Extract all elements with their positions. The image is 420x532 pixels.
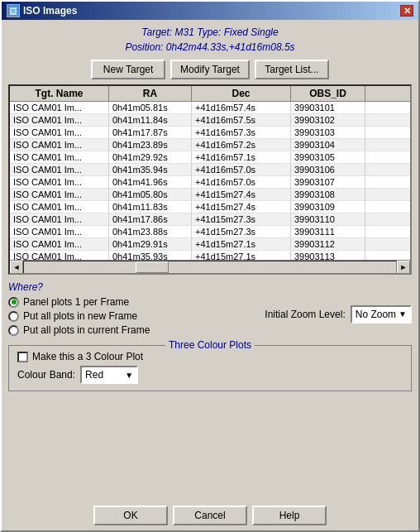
type-label: Type: (197, 26, 223, 38)
radio-current-btn[interactable] (8, 325, 19, 336)
window-title: ISO Images (23, 5, 77, 17)
table-cell: ISO CAM01 Im... (10, 164, 109, 175)
col-header-name: Tgt. Name (10, 86, 109, 101)
table-cell: 0h41m17.86s (109, 213, 192, 225)
radio-new[interactable]: Put all plots in new Frame (8, 310, 256, 322)
three-colour-checkbox-row[interactable]: Make this a 3 Colour Plot (17, 351, 403, 362)
target-list-button[interactable]: Target List... (255, 60, 329, 79)
table-cell: +41d15m27.3s (192, 213, 291, 225)
colour-band-value: Red (85, 369, 103, 381)
position-label: Position: (125, 41, 165, 53)
table-cell: 39903113 (291, 251, 365, 260)
table-row[interactable]: ISO CAM01 Im...0h41m05.81s+41d16m57.4s39… (10, 102, 410, 114)
table-cell: 39903105 (291, 151, 365, 163)
table-cell: ISO CAM01 Im... (10, 238, 109, 250)
radio-new-label: Put all plots in new Frame (23, 310, 137, 322)
zoom-label: Initial Zoom Level: (265, 309, 345, 320)
radio-current[interactable]: Put all plots in current Frame (8, 324, 256, 336)
table-cell: +41d16m57.2s (192, 139, 291, 151)
scrollbar-track[interactable] (23, 261, 397, 274)
target-value: M31 (175, 26, 194, 38)
radio-panel[interactable]: Panel plots 1 per Frame (8, 296, 256, 308)
table-cell: 0h41m23.89s (109, 139, 192, 151)
table-row[interactable]: ISO CAM01 Im...0h41m29.91s+41d15m27.1s39… (10, 238, 410, 251)
table-row[interactable]: ISO CAM01 Im...0h41m11.83s+41d15m27.4s39… (10, 201, 410, 213)
main-window: 🖼 ISO Images ✕ Target: M31 Type: Fixed S… (0, 0, 420, 532)
table-cell: ISO CAM01 Im... (10, 139, 109, 151)
zoom-dropdown-arrow: ▼ (399, 309, 407, 319)
table-row[interactable]: ISO CAM01 Im...0h41m35.94s+41d16m57.0s39… (10, 164, 410, 176)
scroll-right-button[interactable]: ► (397, 261, 410, 274)
table-cell: +41d15m27.1s (192, 238, 291, 250)
col-header-ra: RA (109, 86, 192, 101)
table-cell: 0h41m29.91s (109, 238, 192, 250)
table-row[interactable]: ISO CAM01 Im...0h41m23.89s+41d16m57.2s39… (10, 139, 410, 151)
window-content: Target: M31 Type: Fixed Single Position:… (2, 20, 418, 530)
data-table: Tgt. Name RA Dec OBS_ID ISO CAM01 Im...0… (8, 84, 412, 275)
where-left: Where? Panel plots 1 per Frame Put all p… (8, 281, 256, 338)
table-cell: +41d16m57.0s (192, 176, 291, 188)
table-cell: 0h41m35.94s (109, 164, 192, 175)
bottom-buttons: OK Cancel Help (8, 499, 412, 525)
table-cell: +41d15m27.1s (192, 251, 291, 260)
table-row[interactable]: ISO CAM01 Im...0h41m29.92s+41d16m57.1s39… (10, 151, 410, 164)
target-label: Target: (141, 26, 174, 38)
colour-band-label: Colour Band: (17, 369, 75, 381)
radio-panel-label: Panel plots 1 per Frame (23, 296, 129, 308)
table-cell: 39903102 (291, 114, 365, 126)
radio-panel-btn[interactable] (8, 297, 19, 308)
radio-new-btn[interactable] (8, 311, 19, 322)
table-header: Tgt. Name RA Dec OBS_ID (10, 86, 410, 102)
table-cell: ISO CAM01 Im... (10, 226, 109, 237)
table-cell: 0h41m41.96s (109, 176, 192, 188)
cancel-button[interactable]: Cancel (173, 506, 247, 525)
table-cell: ISO CAM01 Im... (10, 127, 109, 138)
table-cell: 39903106 (291, 164, 365, 175)
type-value: Fixed Single (224, 26, 279, 38)
table-cell: 39903103 (291, 127, 365, 138)
table-cell: 39903112 (291, 238, 365, 250)
table-row[interactable]: ISO CAM01 Im...0h41m05.80s+41d15m27.4s39… (10, 189, 410, 201)
new-target-button[interactable]: New Target (91, 60, 165, 79)
three-colour-checkbox[interactable] (17, 352, 28, 362)
table-cell: ISO CAM01 Im... (10, 251, 109, 260)
table-cell: 0h41m11.84s (109, 114, 192, 126)
table-row[interactable]: ISO CAM01 Im...0h41m41.96s+41d16m57.0s39… (10, 176, 410, 189)
table-cell: +41d16m57.3s (192, 127, 291, 138)
table-cell: 39903109 (291, 201, 365, 213)
table-row[interactable]: ISO CAM01 Im...0h41m23.88s+41d15m27.3s39… (10, 226, 410, 238)
scrollbar-thumb[interactable] (136, 261, 169, 273)
titlebar: 🖼 ISO Images ✕ (2, 2, 418, 20)
table-cell: +41d15m27.4s (192, 201, 291, 213)
target-info: Target: M31 Type: Fixed Single Position:… (8, 25, 412, 55)
table-cell: 0h41m05.81s (109, 102, 192, 113)
scroll-left-button[interactable]: ◄ (10, 261, 23, 274)
table-cell: 39903104 (291, 139, 365, 151)
help-button[interactable]: Help (252, 506, 327, 525)
table-row[interactable]: ISO CAM01 Im...0h41m35.93s+41d15m27.1s39… (10, 251, 410, 260)
zoom-value: No Zoom (356, 309, 396, 320)
table-cell: +41d15m27.4s (192, 189, 291, 200)
ok-button[interactable]: OK (93, 506, 168, 525)
table-cell: 0h41m11.83s (109, 201, 192, 213)
position-value: 0h42m44.33s,+41d16m08.5s (166, 41, 295, 53)
zoom-dropdown[interactable]: No Zoom ▼ (351, 305, 412, 324)
table-body[interactable]: ISO CAM01 Im...0h41m05.81s+41d16m57.4s39… (10, 102, 410, 260)
close-button[interactable]: ✕ (400, 5, 413, 17)
window-icon: 🖼 (7, 4, 20, 17)
table-cell: ISO CAM01 Im... (10, 102, 109, 113)
table-cell: +41d16m57.0s (192, 164, 291, 175)
table-row[interactable]: ISO CAM01 Im...0h41m11.84s+41d16m57.5s39… (10, 114, 410, 127)
table-row[interactable]: ISO CAM01 Im...0h41m17.86s+41d15m27.3s39… (10, 213, 410, 226)
table-cell: +41d16m57.1s (192, 151, 291, 163)
table-row[interactable]: ISO CAM01 Im...0h41m17.87s+41d16m57.3s39… (10, 127, 410, 139)
table-cell: 0h41m35.93s (109, 251, 192, 260)
colour-band-dropdown[interactable]: Red ▼ (80, 366, 138, 384)
horizontal-scrollbar[interactable]: ◄ ► (10, 260, 410, 273)
table-cell: ISO CAM01 Im... (10, 189, 109, 200)
table-cell: 39903101 (291, 102, 365, 113)
table-cell: +41d16m57.5s (192, 114, 291, 126)
colour-band-arrow: ▼ (125, 371, 133, 380)
table-cell: 0h41m23.88s (109, 226, 192, 237)
modify-target-button[interactable]: Modify Target (170, 60, 250, 79)
